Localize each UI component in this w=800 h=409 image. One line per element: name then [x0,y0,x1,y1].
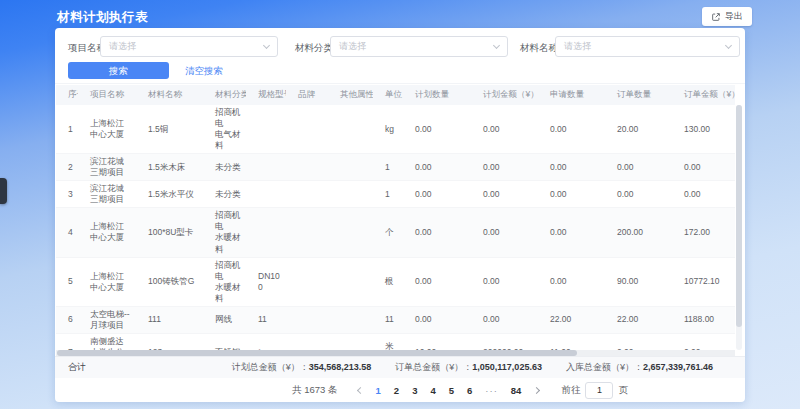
table-cell: 22.00 [538,306,605,333]
page-number[interactable]: 5 [449,385,454,396]
table-cell: 滨江花城三期项目 [78,181,136,208]
page-number[interactable]: 84 [511,385,522,396]
side-drawer-handle[interactable] [0,178,7,204]
page-number[interactable]: 3 [412,385,417,396]
material-name-select[interactable]: 请选择 [555,36,740,57]
vertical-scrollbar-thumb[interactable] [736,105,742,327]
clear-search-button[interactable]: 清空搜索 [185,62,223,79]
table-cell: 0.00 [538,105,605,154]
column-header: 申请数量 [538,85,605,105]
material-category-select[interactable]: 请选择 [330,36,508,57]
table-row: 7南侧盛达大学生公寓新建123不锈钢*米重10.00200000.0011.00… [56,333,735,350]
summary-item-label: 计划总金额（¥）： [232,362,309,372]
table-cell: 根 [373,257,403,306]
table-cell: 招商机电 水暖材料 [203,208,246,257]
goto-page-input[interactable] [585,382,613,399]
table-cell: 0.00 [538,208,605,257]
next-page-button[interactable] [529,383,543,397]
table-cell: 7 [56,333,78,350]
table-cell: 太空电梯--月球项目 [78,306,136,333]
table-cell: 20.00 [605,105,672,154]
table-cell: 0.00 [403,257,471,306]
chevron-right-icon [533,386,540,393]
table-body: 1上海松江中心大厦1.5铜招商机电 电气材料kg0.000.000.0020.0… [56,105,735,350]
pagination-bar: 共 1673 条 123456···84 前往 页 [55,378,745,402]
table-cell [328,257,373,306]
project-name-select[interactable]: 请选择 [100,36,278,57]
summary-items: 计划总金额（¥）：354,568,213.58订单总金额（¥）：1,050,11… [232,361,745,374]
table-cell: 11.00 [538,333,605,350]
table-cell: 111 [136,306,203,333]
table-cell: 网线 [203,306,246,333]
table-cell: 1.5米木床 [136,154,203,181]
table-cell [328,333,373,350]
column-header: 计划金额（¥） [471,85,538,105]
table-cell: DN100 [246,257,286,306]
table-zone: 序号项目名称材料名称材料分类规格型号品牌其他属性单位计划数量计划金额（¥）申请数… [56,85,744,350]
goto-page-group: 前往 页 [561,382,628,399]
table-cell: 0.00 [672,181,735,208]
table-cell: 10.00 [403,333,471,350]
table-cell: 1 [56,105,78,154]
prev-page-button[interactable] [354,383,368,397]
page-number[interactable]: 1 [376,385,381,396]
table-cell: 招商机电 电气材料 [203,105,246,154]
table-cell: 0.00 [471,208,538,257]
chevron-down-icon [493,41,500,48]
page-number[interactable]: 6 [467,385,472,396]
table-cell: 1 [373,154,403,181]
column-header: 其他属性 [328,85,373,105]
column-header: 单位 [373,85,403,105]
column-header: 订单数量 [605,85,672,105]
table-cell: 未分类 [203,154,246,181]
table-cell: 200.00 [605,208,672,257]
table-cell: 招商机电 水暖材料 [203,257,246,306]
table-cell: 0.00 [403,208,471,257]
vertical-scrollbar[interactable] [736,105,742,350]
page-ellipsis: ··· [485,385,498,396]
column-header: 项目名称 [78,85,136,105]
table-row: 4上海松江中心大厦100*8U型卡招商机电 水暖材料个0.000.000.002… [56,208,735,257]
summary-item-label: 入库总金额（¥）： [566,362,643,372]
column-header: 计划数量 [403,85,471,105]
table-cell: 4 [56,208,78,257]
page-number[interactable]: 4 [430,385,435,396]
export-button[interactable]: 导出 [702,7,752,26]
table-cell: 0.00 [471,181,538,208]
table-cell: 0.00 [605,154,672,181]
table-cell [328,154,373,181]
table-cell: 123 [136,333,203,350]
column-header: 序号 [56,85,78,105]
table-cell: 上海松江中心大厦 [78,257,136,306]
table-cell [286,181,328,208]
table-cell: 0.00 [403,105,471,154]
table-row: 3滨江花城三期项目1.5米水平仪未分类10.000.000.000.000.00 [56,181,735,208]
search-button[interactable]: 搜索 [68,62,169,79]
column-header: 规格型号 [246,85,286,105]
table-cell [328,208,373,257]
table-cell: * [246,333,286,350]
table-cell [246,181,286,208]
column-header: 订单金额（¥） [672,85,735,105]
table-row: 2滨江花城三期项目1.5米木床未分类10.000.000.000.000.00 [56,154,735,181]
table-row: 6太空电梯--月球项目111网线11110.000.0022.0022.0011… [56,306,735,333]
table-cell [246,154,286,181]
table-cell: 南侧盛达大学生公寓新建 [78,333,136,350]
table-cell [328,105,373,154]
table-cell: 滨江花城三期项目 [78,154,136,181]
table-cell: 0.00 [471,154,538,181]
table-cell [286,333,328,350]
page-number[interactable]: 2 [394,385,399,396]
table-cell: 0.00 [538,181,605,208]
table-cell [286,105,328,154]
summary-total-label: 合计 [55,361,86,374]
table-cell: 未分类 [203,181,246,208]
table-cell: 0.00 [538,154,605,181]
table-cell: 0.00 [471,306,538,333]
table-cell [328,306,373,333]
summary-item-value: 354,568,213.58 [309,362,372,372]
table-cell [328,181,373,208]
table-cell [286,154,328,181]
table-cell: 0.00 [403,181,471,208]
page-title: 材料计划执行表 [57,9,148,26]
